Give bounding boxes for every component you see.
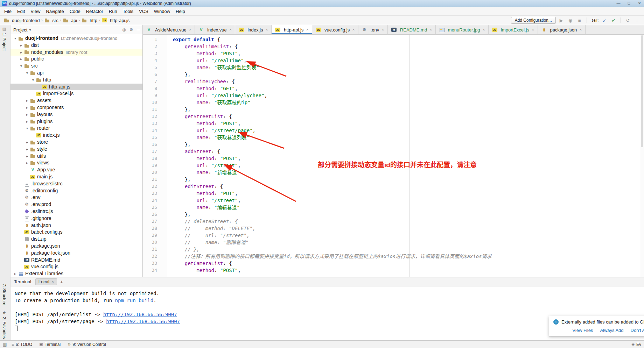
tree-item-router[interactable]: router [10,125,142,132]
menu-item-window[interactable]: Window [151,8,173,15]
tree-item-vue-config-js[interactable]: vue.config.js [10,263,142,270]
tree-item-utils[interactable]: utils [10,153,142,160]
notification-action-always-add[interactable]: Always Add [600,328,623,333]
tree-item-browserslistrc[interactable]: .browserslistrc [10,180,142,187]
tree-item-dist[interactable]: dist [10,42,142,49]
tree-item-http-api-js[interactable]: http-api.js [10,84,142,91]
tree-item-main-js[interactable]: main.js [10,173,142,180]
tool-windows-toggle-icon[interactable] [3,342,7,347]
chevron-right-icon[interactable] [24,159,30,166]
chevron-down-icon[interactable] [24,125,30,132]
close-tab-icon[interactable] [352,28,355,31]
tree-item-dist-zip[interactable]: dist.zip [10,236,142,243]
push-icon[interactable] [634,18,640,23]
run-icon[interactable] [558,18,565,23]
chevron-right-icon[interactable] [19,42,24,49]
close-tab-icon[interactable] [189,28,192,31]
minimize-icon[interactable] [616,1,621,6]
breadcrumb-item-http-api-js[interactable]: http-api.js [102,17,130,23]
tree-item-env[interactable]: .env [10,194,142,201]
tree-item-src[interactable]: src [10,63,142,70]
tab-asidemenu-vue[interactable]: AsideMenu.vue [143,25,195,34]
project-panel-title[interactable]: Project [13,27,27,33]
stop-icon[interactable] [576,18,583,23]
breadcrumb-item-http[interactable]: http [81,17,97,23]
tab-menurouter-jpg[interactable]: menuRouter.jpg [436,25,489,34]
terminal-link[interactable]: http://192.168.66.56:9007 [106,319,180,324]
tree-item-api[interactable]: api [10,70,142,77]
tree-item-babel-config-js[interactable]: babel.config.js [10,229,142,236]
editor-scrollbar[interactable] [640,35,644,277]
chevron-right-icon[interactable] [24,153,30,160]
chevron-right-icon[interactable] [24,139,30,146]
tree-item-env-prod[interactable]: .env.prod [10,201,142,208]
chevron-right-icon[interactable] [24,104,30,111]
debug-icon[interactable] [567,18,574,23]
tree-item-gitignore[interactable]: .gitignore [10,215,142,222]
locate-file-icon[interactable] [122,27,126,32]
chevron-right-icon[interactable] [24,146,30,153]
stripe-structure-button[interactable]: 7: Structure [2,284,7,305]
close-tab-icon[interactable] [229,28,232,31]
menu-item-navigate[interactable]: Navigate [43,8,66,15]
notification-action-don-t-ask-agai[interactable]: Don't Ask Agai [631,328,644,333]
tree-item-importexcel-js[interactable]: importExcel.js [10,90,142,97]
tab-importexcel-js[interactable]: importExcel.js [489,25,538,34]
tree-item-auth-json[interactable]: auth.json [10,222,142,229]
chevron-right-icon[interactable] [24,111,30,118]
tree-item-readme-md[interactable]: README.md [10,257,142,264]
stripe-favorites-button[interactable]: 2: Favorites [2,310,7,339]
scrollbar-thumb[interactable] [641,35,643,147]
chevron-down-icon[interactable] [29,28,31,32]
tree-item-editorconfig[interactable]: .editorconfig [10,187,142,194]
tree-item-views[interactable]: views [10,159,142,166]
breadcrumb-item-duoji-frontend[interactable]: duoji-frontend [4,17,40,23]
chevron-right-icon[interactable] [24,97,30,104]
tree-item-assets[interactable]: assets [10,97,142,104]
tab-readme-md[interactable]: README.md [388,25,436,34]
terminal-tab-local[interactable]: Local [35,278,57,285]
code-editor[interactable]: 1234567891011121314151617181920212223242… [143,35,644,277]
chevron-down-icon[interactable] [24,70,30,77]
tab-env[interactable]: .env [358,25,388,34]
tree-item-plugins[interactable]: plugins [10,118,142,125]
notification-action-view-files[interactable]: View Files [572,328,593,333]
menu-item-code[interactable]: Code [67,8,83,15]
chevron-right-icon[interactable] [24,118,30,125]
tree-item-package-lock-json[interactable]: package-lock.json [10,250,142,257]
close-tab-icon[interactable] [532,28,534,31]
stripe-project-button[interactable]: 1: Project [2,27,7,51]
tree-item-public[interactable]: public [10,56,142,63]
tab-package-json[interactable]: package.json [538,25,586,34]
tree-item-package-json[interactable]: package.json [10,243,142,250]
close-tab-icon[interactable] [579,28,582,31]
git-update-icon[interactable] [601,18,608,23]
git-commit-icon[interactable] [610,18,617,23]
tree-item-components[interactable]: components [10,104,142,111]
add-configuration-button[interactable]: Add Configuration... [511,17,556,24]
menu-item-refactor[interactable]: Refactor [83,8,106,15]
close-tab-icon[interactable] [482,28,485,31]
menu-item-help[interactable]: Help [173,8,188,15]
menu-item-view[interactable]: View [28,8,43,15]
menu-item-tools[interactable]: Tools [120,8,136,15]
close-tab-icon[interactable] [429,28,432,31]
menu-item-run[interactable]: Run [106,8,120,15]
tab-index-js[interactable]: index.js [235,25,272,34]
status-bar-right[interactable]: Ev [632,342,641,347]
breadcrumb-item-src[interactable]: src [44,17,58,23]
tree-item-app-vue[interactable]: App.vue [10,166,142,173]
new-terminal-icon[interactable] [60,279,63,285]
tab-vue-config-js[interactable]: vue.config.js [312,25,358,34]
tree-item-external-libraries[interactable]: External Libraries [10,270,142,277]
menu-item-vcs[interactable]: VCS [136,8,151,15]
close-tab-icon[interactable] [306,28,309,31]
statusbar-terminal[interactable]: Terminal [39,342,61,347]
hide-panel-icon[interactable] [136,27,140,32]
breadcrumb-item-api[interactable]: api [63,17,77,23]
tree-item-layouts[interactable]: layouts [10,111,142,118]
tree-item-duoji-frontend[interactable]: duoji-frontendD:\zheheWeb\duoji-frontend [10,35,142,42]
chevron-down-icon[interactable] [30,77,36,84]
tab-http-api-js[interactable]: http-api.js [272,25,312,34]
chevron-right-icon[interactable] [13,270,18,277]
